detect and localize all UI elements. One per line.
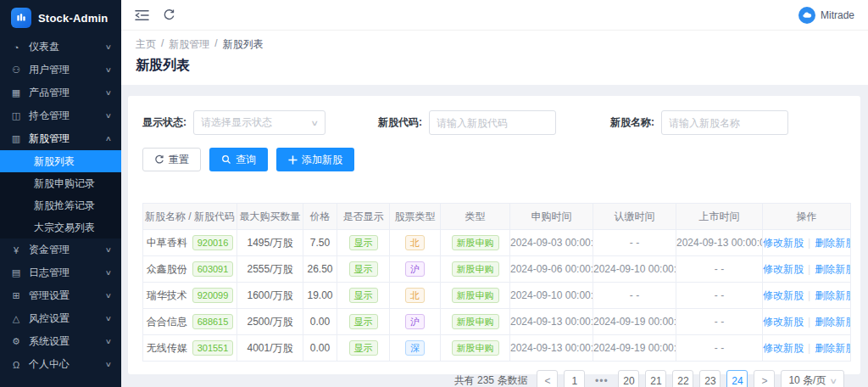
sidebar-item-label: 系统设置: [29, 334, 99, 349]
sidebar-item-risk[interactable]: △风控设置∨: [0, 307, 121, 330]
sidebar-subitem[interactable]: 新股抢筹记录: [0, 194, 121, 216]
market-tag: 沪: [405, 261, 425, 277]
search-icon: [221, 154, 231, 165]
sidebar-item-system-settings[interactable]: ⚙系统设置∨: [0, 330, 121, 353]
next-page-button[interactable]: >: [754, 370, 775, 387]
refresh-icon[interactable]: [163, 8, 175, 21]
collapse-sidebar-icon[interactable]: [135, 9, 149, 21]
visible-tag: 显示: [349, 235, 378, 250]
market-cell: 深: [390, 335, 441, 362]
list-time-cell: - -: [676, 335, 763, 362]
sidebar-item-logs[interactable]: ▤日志管理∨: [0, 261, 121, 284]
market-tag: 沪: [405, 314, 425, 329]
stock-code-tag: 920099: [192, 288, 234, 303]
breadcrumb-item[interactable]: 新股管理: [169, 37, 209, 52]
chevron-up-icon: ∧: [105, 135, 112, 143]
sidebar-item-funds[interactable]: ¥资金管理∨: [0, 238, 121, 261]
visible-cell: 显示: [337, 309, 390, 335]
breadcrumb: 主页/新股管理/新股列表: [136, 37, 854, 52]
edit-stock-link[interactable]: 修改新股: [763, 342, 804, 354]
page-button[interactable]: 21: [645, 370, 666, 387]
name-input[interactable]: [661, 110, 788, 135]
status-filter-label: 显示状态:: [142, 115, 186, 130]
sidebar-subitem[interactable]: 新股列表: [0, 150, 121, 172]
sidebar-subitem[interactable]: 大宗交易列表: [0, 216, 121, 238]
profile-icon: Ω: [10, 360, 22, 370]
table-header-cell: 操作: [763, 204, 851, 230]
apply-time-cell: 2024-09-06 00:00:00: [510, 256, 593, 283]
delete-stock-link[interactable]: 删除新股: [815, 289, 850, 301]
page-button[interactable]: 22: [672, 370, 693, 387]
page-button[interactable]: 24: [726, 370, 748, 387]
page-title: 新股列表: [136, 57, 854, 75]
sidebar-item-positions[interactable]: ◫持仓管理∨: [0, 104, 121, 127]
filter-status: 显示状态: 请选择显示状态 ∨: [142, 110, 326, 135]
list-time-cell: - -: [676, 256, 763, 283]
type-tag: 新股申购: [452, 314, 499, 329]
edit-stock-link[interactable]: 修改新股: [763, 263, 804, 275]
page-button[interactable]: 20: [618, 370, 639, 387]
sidebar-item-dashboard[interactable]: ◔仪表盘∨: [0, 36, 121, 59]
sidebar-item-label: 仪表盘: [29, 40, 99, 54]
table-header-cell: 价格: [303, 204, 337, 230]
code-input[interactable]: [429, 110, 556, 135]
page-button[interactable]: 1: [564, 370, 585, 387]
delete-stock-link[interactable]: 删除新股: [815, 316, 850, 328]
chevron-down-icon: ∨: [105, 338, 112, 345]
page-size-select[interactable]: 10 条/页 ∨: [781, 370, 844, 387]
sidebar-item-ipo[interactable]: ▥新股管理∧: [0, 127, 121, 150]
delete-stock-link[interactable]: 删除新股: [815, 342, 850, 354]
sidebar-subitem[interactable]: 新股申购记录: [0, 172, 121, 194]
add-stock-button[interactable]: 添加新股: [276, 148, 354, 171]
action-separator: |: [808, 289, 810, 301]
edit-stock-link[interactable]: 修改新股: [763, 316, 804, 328]
stock-name-cell: 瑞华技术920099: [143, 283, 237, 309]
stock-name: 无线传媒: [147, 341, 187, 356]
sidebar: Stock-Admin ◔仪表盘∨⚇用户管理∨▦产品管理∨◫持仓管理∨▥新股管理…: [0, 0, 121, 387]
main-area: Mitrade 主页/新股管理/新股列表 新股列表 显示状态: 请选择显示状态 …: [121, 0, 868, 387]
user-menu[interactable]: Mitrade: [798, 7, 854, 24]
visible-tag: 显示: [349, 314, 378, 329]
table-row: 合合信息6886152500/万股0.00显示沪新股申购2024-09-13 0…: [143, 309, 851, 335]
actions-cell: 修改新股|删除新股: [763, 256, 851, 283]
delete-stock-link[interactable]: 删除新股: [815, 237, 850, 249]
breadcrumb-item[interactable]: 主页: [136, 37, 156, 52]
sidebar-item-users[interactable]: ⚇用户管理∨: [0, 59, 121, 81]
sidebar-item-profile[interactable]: Ω个人中心∨: [0, 353, 121, 376]
page-size-value: 10 条/页: [788, 373, 826, 387]
edit-stock-link[interactable]: 修改新股: [763, 289, 804, 301]
stock-name-cell: 合合信息688615: [143, 309, 237, 335]
apply-time-cell: 2024-09-10 00:00:00: [510, 283, 593, 309]
sidebar-item-label: 风控设置: [29, 311, 99, 326]
table-header-cell: 股票类型: [390, 204, 441, 230]
pagination-ellipsis[interactable]: •••: [591, 370, 612, 387]
page-head: 主页/新股管理/新股列表 新股列表: [121, 31, 868, 85]
max-buy-cell: 2500/万股: [237, 309, 303, 335]
sidebar-item-admin-settings[interactable]: ⊞管理设置∨: [0, 284, 121, 307]
table-row: 中草香料9200161495/万股7.50显示北新股申购2024-09-03 0…: [143, 230, 851, 256]
chevron-down-icon: ∨: [105, 315, 112, 322]
stock-code-tag: 688615: [192, 314, 234, 329]
page-button[interactable]: 23: [699, 370, 721, 387]
logs-icon: ▤: [10, 267, 22, 278]
table-header-cell: 最大购买数量: [237, 204, 303, 230]
status-select-placeholder: 请选择显示状态: [201, 115, 312, 130]
market-cell: 北: [390, 283, 441, 309]
user-name: Mitrade: [821, 9, 854, 21]
search-button[interactable]: 查询: [209, 148, 268, 171]
prev-page-button[interactable]: <: [537, 370, 558, 387]
edit-stock-link[interactable]: 修改新股: [763, 237, 804, 249]
content-card: 显示状态: 请选择显示状态 ∨ 新股代码: 新股名称:: [128, 96, 860, 374]
status-select[interactable]: 请选择显示状态 ∨: [193, 110, 326, 135]
price-cell: 26.50: [303, 256, 337, 283]
pagination-pages: 1•••2021222324: [564, 370, 748, 387]
stock-name: 中草香料: [147, 236, 187, 250]
stock-code-tag: 603091: [192, 261, 234, 277]
sidebar-item-products[interactable]: ▦产品管理∨: [0, 81, 121, 104]
stock-name-cell: 中草香料920016: [143, 230, 237, 256]
sidebar-item-label: 日志管理: [29, 266, 99, 280]
delete-stock-link[interactable]: 删除新股: [815, 263, 850, 275]
table-header-cell: 是否显示: [337, 204, 390, 230]
reset-button[interactable]: 重置: [142, 148, 201, 171]
stock-table: 新股名称 / 新股代码最大购买数量价格是否显示股票类型类型申购时间认缴时间上市时…: [142, 203, 851, 362]
